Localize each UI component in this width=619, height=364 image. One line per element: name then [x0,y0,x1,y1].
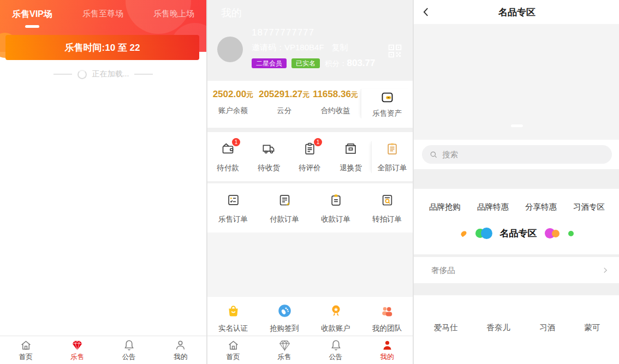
brand-hermes[interactable]: 爱马仕 [434,323,458,364]
section-title-row: 名品专区 [414,227,619,240]
copy-button[interactable]: 复制 [332,43,348,53]
feature-my-team[interactable]: 我的团队 [361,303,413,333]
back-chevron-icon[interactable] [420,6,432,18]
sale-orders[interactable]: 乐售订单 [207,193,259,224]
resale-orders[interactable]: 转拍订单 [361,193,413,224]
decor-blob [552,230,560,237]
tab-label: 乐售VIP场 [12,9,52,19]
receipt-orders[interactable]: 收款订单 [310,193,361,224]
nav-home[interactable]: 首页 [207,336,259,364]
section-divider [414,283,619,295]
nav-notice[interactable]: 公告 [310,336,361,364]
stat-unit: 元 [351,91,358,99]
stat-unit: 元 [302,91,310,99]
home-icon [20,339,32,351]
stat-cloud-points[interactable]: 205291.27元 云分 [259,89,310,118]
category-luxury-row[interactable]: 奢侈品 [414,257,619,283]
search-bar[interactable] [422,145,612,164]
invite-code: 邀请码：VP180B4F [252,43,324,53]
nav-mine[interactable]: 我的 [361,336,413,364]
order-type-label: 乐售订单 [207,214,259,224]
loading-text: 正在加载... [92,69,129,79]
member-level-badge: 二星会员 [252,58,287,68]
sale-header: 乐售VIP场 乐售至尊场 乐售晚上场 乐售时间:10 至 22 [0,0,206,52]
bottom-nav-middle: 首页 乐售 公告 我的 [207,336,413,364]
nav-label: 我的 [174,353,187,362]
search-section [414,140,619,169]
section-title: 名品专区 [500,227,537,240]
qr-code-icon[interactable] [387,43,403,59]
orders-pending-delivery[interactable]: 待收货 [248,141,289,173]
nav-notice[interactable]: 公告 [103,336,155,364]
brand-xijiu[interactable]: 习酒 [539,323,555,364]
avatar[interactable] [217,37,243,62]
tab-supreme-session[interactable]: 乐售至尊场 [82,9,123,28]
order-label: 待收货 [248,163,289,173]
nav-label: 乐售 [278,353,291,362]
checklist-icon [226,193,241,207]
nav-home[interactable]: 首页 [0,336,52,364]
gem-icon [278,339,291,351]
nav-label: 我的 [380,353,394,362]
stat-label: 乐售资产 [361,109,413,118]
tab-label: 乐售晚上场 [153,9,194,18]
brand-mengke[interactable]: 蒙可 [584,323,600,364]
orders-all[interactable]: 全部订单 [371,141,413,173]
features-row: 实名认证 抢购签到 收款账户 我的团队 [207,301,413,335]
bag-icon [226,303,241,318]
feature-payment-account[interactable]: 收款账户 [310,303,361,333]
panel-brand-zone: 名品专区 品牌抢购 品牌特惠 分享特惠 习酒专区 名品专区 [413,0,619,364]
tab-vip-session[interactable]: 乐售VIP场 [12,9,52,28]
loading-indicator: 正在加载... [0,69,206,79]
score-label: 积分： [325,59,347,68]
brand-tabs-section: 品牌抢购 品牌特惠 分享特惠 习酒专区 名品专区 [414,189,619,254]
orders-pending-review[interactable]: 1 待评价 [289,141,330,173]
payment-doc-icon [277,193,292,207]
wallet-asset-icon [380,90,395,105]
tab-share-deals[interactable]: 分享特惠 [525,202,557,212]
stat-unit: 元 [246,91,253,99]
nav-mine[interactable]: 我的 [155,336,207,364]
stat-label: 云分 [259,106,310,116]
stat-balance[interactable]: 2502.00元 账户余额 [207,89,259,118]
section-divider [207,128,413,132]
feature-real-name[interactable]: 实名认证 [207,303,259,333]
feature-label: 抢购签到 [259,324,310,333]
person-icon [174,339,187,351]
tab-brand-rush[interactable]: 品牌抢购 [429,202,461,212]
order-type-label: 付款订单 [259,214,310,224]
orders-pending-payment[interactable]: 1 待付款 [207,141,248,173]
nav-sale[interactable]: 乐售 [259,336,310,364]
payment-orders[interactable]: 付款订单 [259,193,310,224]
order-status-row: 1 待付款 待收货 1 待评价 退换货 全部订单 [207,132,413,181]
orders-returns[interactable]: 退换货 [330,141,371,173]
search-icon [429,150,438,159]
carousel-indicator [511,124,523,127]
nav-sale[interactable]: 乐售 [52,336,104,364]
feature-label: 实名认证 [207,324,259,333]
brand-chanel[interactable]: 香奈儿 [486,323,510,364]
page-title: 我的 [221,6,242,20]
count-badge: 1 [314,138,322,146]
tab-xijiu-zone[interactable]: 习酒专区 [573,202,605,212]
count-badge: 1 [232,138,240,146]
medal-icon [329,303,343,318]
tab-evening-session[interactable]: 乐售晚上场 [153,9,194,28]
tab-brand-deals[interactable]: 品牌特惠 [477,202,509,212]
stat-value: 205291.27 [259,89,302,99]
team-icon [380,303,395,318]
order-type-label: 转拍订单 [361,214,413,224]
stat-assets[interactable]: 乐售资产 [361,89,413,118]
order-label: 全部订单 [372,163,413,173]
brand-zone-header: 名品专区 [414,0,619,24]
loading-dash [53,74,72,75]
feature-signin[interactable]: 抢购签到 [259,303,310,333]
account-stats: 2502.00元 账户余额 205291.27元 云分 11658.36元 合约… [207,81,413,128]
ad-placeholder [207,232,413,297]
profile-header: 我的 18777777777 邀请码：VP180B4F 复制 二星会员 已实名 … [207,0,413,81]
tab-label: 乐售至尊场 [82,9,123,18]
stat-contract-income[interactable]: 11658.36元 合约收益 [310,89,361,118]
search-input[interactable] [442,150,605,159]
decor-blob [481,228,492,239]
feature-label: 我的团队 [361,324,413,333]
